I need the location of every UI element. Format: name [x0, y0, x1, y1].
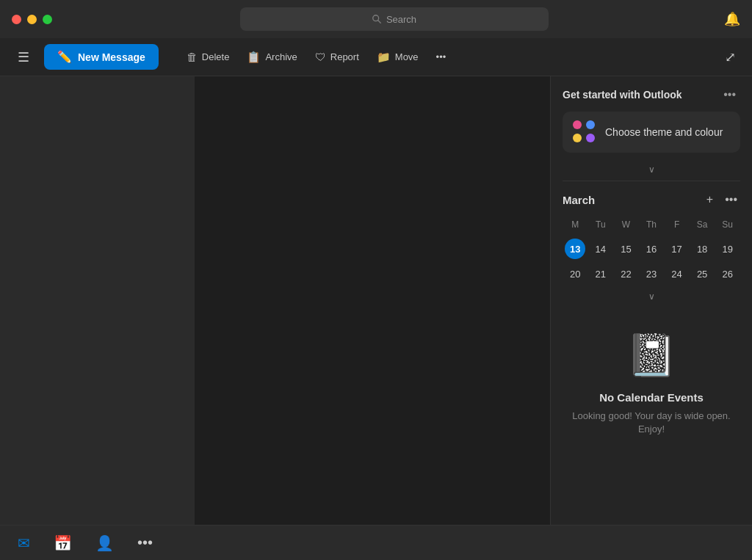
new-message-label: New Message [78, 51, 145, 63]
dot-yellow [573, 134, 582, 142]
cal-day-sa: Sa [690, 217, 715, 233]
delete-icon: 🗑 [187, 51, 198, 63]
archive-icon: 📋 [247, 51, 261, 64]
no-events-subtitle: Looking good! Your day is wide open. Enj… [563, 410, 740, 436]
cal-day-26[interactable]: 26 [717, 263, 738, 284]
hamburger-button[interactable]: ☰ [12, 45, 35, 70]
archive-button[interactable]: 📋 Archive [239, 46, 304, 68]
cal-day-22[interactable]: 22 [615, 263, 636, 284]
cal-day-14[interactable]: 14 [590, 239, 611, 259]
people-icon: 👤 [95, 534, 114, 552]
cal-day-tu: Tu [588, 217, 614, 233]
maximize-button[interactable] [43, 15, 52, 24]
no-events-section: 📓 No Calendar Events Looking good! Your … [551, 316, 752, 451]
cal-day-m: M [563, 217, 588, 233]
cal-day-f: F [664, 217, 690, 233]
more-actions-button[interactable]: ••• [429, 47, 454, 67]
move-icon: 📁 [377, 51, 391, 64]
report-button[interactable]: 🛡 Report [308, 46, 366, 68]
cal-day-17[interactable]: 17 [667, 239, 687, 259]
cal-day-19[interactable]: 19 [717, 239, 738, 259]
move-label: Move [395, 51, 419, 62]
get-started-title: Get started with Outlook [563, 89, 682, 101]
get-started-collapse-chevron[interactable]: ∨ [551, 159, 752, 181]
search-bar-container: Search [64, 7, 724, 31]
cal-day-18[interactable]: 18 [692, 239, 712, 259]
dot-blue [586, 120, 595, 129]
mail-icon: ✉ [18, 534, 30, 552]
cal-day-21[interactable]: 21 [590, 263, 611, 284]
get-started-section: Get started with Outlook ••• Choose them… [551, 76, 752, 159]
nav-more-icon: ••• [137, 534, 153, 551]
cal-day-16[interactable]: 16 [641, 239, 662, 259]
right-panel: Get started with Outlook ••• Choose them… [550, 76, 752, 525]
calendar-grid: M Tu W Th F Sa Su 13 14 15 16 17 18 19 [563, 217, 740, 286]
cal-day-15[interactable]: 15 [615, 239, 636, 259]
search-box[interactable]: Search [240, 7, 549, 31]
minimize-button[interactable] [27, 15, 37, 24]
theme-dots [573, 120, 596, 144]
calendar-expand-chevron[interactable]: ∨ [563, 287, 740, 306]
cal-day-13[interactable]: 13 [565, 239, 585, 259]
get-started-header: Get started with Outlook ••• [563, 87, 740, 103]
traffic-lights [12, 15, 52, 24]
cal-day-w: W [613, 217, 639, 233]
cal-day-su: Su [715, 217, 740, 233]
calendar-controls: + ••• [704, 192, 740, 208]
dot-purple [586, 134, 595, 142]
nav-mail-button[interactable]: ✉ [15, 531, 33, 555]
move-button[interactable]: 📁 Move [369, 46, 426, 68]
calendar-days-header: M Tu W Th F Sa Su [563, 217, 740, 233]
nav-more-button[interactable]: ••• [134, 531, 156, 554]
toolbar-actions: 🗑 Delete 📋 Archive 🛡 Report 📁 Move ••• [179, 46, 453, 68]
calendar-add-button[interactable]: + [704, 192, 716, 208]
report-label: Report [330, 51, 359, 62]
cal-day-20[interactable]: 20 [565, 263, 585, 284]
expand-button[interactable]: ⤢ [720, 45, 740, 70]
delete-button[interactable]: 🗑 Delete [179, 46, 237, 68]
calendar-section: March + ••• M Tu W Th F Sa Su 13 [551, 181, 752, 316]
toolbar: ☰ ✏️ New Message 🗑 Delete 📋 Archive 🛡 Re… [0, 38, 752, 76]
delete-label: Delete [202, 51, 230, 62]
nav-people-button[interactable]: 👤 [93, 531, 117, 555]
dot-pink [573, 120, 582, 129]
no-events-title: No Calendar Events [599, 391, 704, 404]
nav-calendar-button[interactable]: 📅 [51, 531, 75, 555]
archive-label: Archive [265, 51, 297, 62]
search-placeholder: Search [386, 14, 416, 25]
cal-day-th: Th [639, 217, 665, 233]
svg-line-1 [378, 21, 381, 23]
cal-day-24[interactable]: 24 [667, 263, 687, 284]
calendar-emoji-icon: 📓 [626, 331, 677, 379]
cal-week-1: 13 14 15 16 17 18 19 [563, 237, 740, 261]
calendar-more-button[interactable]: ••• [722, 192, 740, 208]
cal-day-25[interactable]: 25 [692, 263, 712, 284]
bottom-nav: ✉ 📅 👤 ••• [0, 525, 752, 560]
cal-day-23[interactable]: 23 [641, 263, 662, 284]
content-area [195, 76, 550, 525]
cal-week-2: 20 21 22 23 24 25 26 [563, 262, 740, 286]
titlebar: Search 🔔 [0, 0, 752, 38]
theme-card[interactable]: Choose theme and colour [563, 112, 740, 153]
new-message-button[interactable]: ✏️ New Message [44, 44, 159, 70]
search-icon [372, 14, 382, 24]
get-started-more-button[interactable]: ••• [719, 87, 740, 103]
titlebar-right: 🔔 [724, 11, 740, 27]
calendar-header: March + ••• [563, 192, 740, 208]
theme-card-label: Choose theme and colour [605, 126, 723, 138]
left-sidebar [0, 76, 195, 525]
calendar-month: March [563, 194, 704, 206]
calendar-icon: 📅 [54, 534, 72, 552]
close-button[interactable] [12, 15, 21, 24]
main-layout: Get started with Outlook ••• Choose them… [0, 76, 752, 525]
report-icon: 🛡 [315, 51, 326, 63]
notification-icon[interactable]: 🔔 [724, 11, 740, 27]
compose-icon: ✏️ [57, 50, 72, 64]
more-dots-icon: ••• [436, 51, 446, 62]
